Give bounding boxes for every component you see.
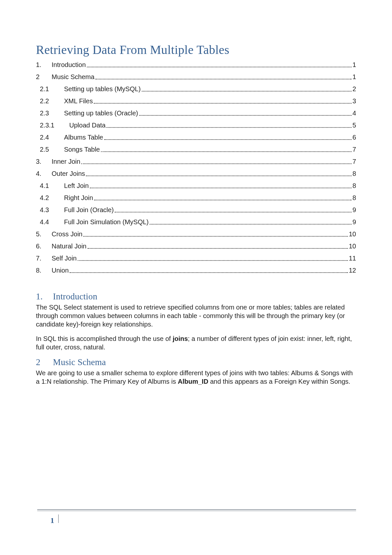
toc-leader-dots [94, 98, 351, 104]
page-footer: 1 [37, 509, 356, 525]
toc-entry-text: Full Join Simulation (MySQL) [64, 219, 149, 226]
toc-entry-number: 2.2 [40, 98, 61, 105]
toc-entry-number: 7. [36, 255, 48, 262]
footer-page-box: 1 [37, 514, 59, 525]
document-title: Retrieving Data From Multiple Tables [36, 42, 356, 57]
toc-entry-page: 1 [352, 74, 356, 80]
toc-leader-dots [87, 61, 351, 67]
toc-leader-dots [70, 267, 348, 273]
toc-entry-text: Outer Joins [52, 170, 85, 177]
table-of-contents: 1.Introduction12Music Schema12.1Setting … [36, 59, 356, 277]
toc-entry[interactable]: 2.3.1Upload Data5 [36, 119, 356, 131]
toc-entry-number: 2.3 [40, 110, 61, 117]
toc-entry[interactable]: 2.2XML Files3 [36, 95, 356, 107]
toc-leader-dots [90, 182, 351, 188]
toc-entry-text: Albums Table [64, 134, 103, 141]
toc-entry[interactable]: 2.3Setting up tables (Oracle)4 [36, 107, 356, 119]
toc-entry-text: Setting up tables (Oracle) [64, 110, 138, 117]
toc-entry-text: Full Join (Oracle) [64, 207, 114, 213]
document-page: Retrieving Data From Multiple Tables 1.I… [0, 0, 392, 555]
toc-entry-number: 4.2 [40, 194, 61, 201]
toc-entry[interactable]: 6.Natural Join10 [36, 240, 356, 252]
toc-leader-dots [101, 146, 351, 152]
toc-entry-page: 2 [352, 86, 356, 92]
toc-entry-page: 3 [352, 98, 356, 105]
toc-entry-page: 6 [352, 134, 356, 141]
toc-entry-page: 5 [352, 122, 356, 129]
schema-paragraph-1: We are going to use a smaller schema to … [36, 369, 356, 386]
toc-entry[interactable]: 2.5Songs Table7 [36, 143, 356, 156]
toc-entry-page: 9 [352, 207, 356, 213]
section-title: Music Schema [53, 357, 106, 367]
toc-entry-number: 8. [36, 267, 48, 274]
toc-entry-text: Introduction [52, 61, 86, 68]
toc-entry-number: 4.4 [40, 219, 61, 226]
toc-entry-page: 7 [352, 158, 356, 165]
toc-entry-number: 4. [36, 170, 48, 177]
toc-leader-dots [104, 134, 351, 140]
toc-leader-dots [78, 255, 348, 261]
toc-entry-number: 2.3.1 [40, 122, 66, 129]
intro-paragraph-1: The SQL Select statement is used to retr… [36, 303, 356, 328]
toc-entry[interactable]: 4.Outer Joins8 [36, 168, 356, 180]
toc-entry[interactable]: 2Music Schema1 [36, 71, 356, 83]
text-run: In SQL this is accomplished through the … [36, 335, 172, 342]
toc-entry[interactable]: 2.1Setting up tables (MySQL)2 [36, 83, 356, 95]
toc-entry-text: XML Files [64, 98, 93, 105]
toc-entry-text: Setting up tables (MySQL) [64, 86, 141, 92]
toc-entry-page: 10 [349, 231, 356, 238]
toc-entry[interactable]: 1.Introduction1 [36, 59, 356, 71]
text-bold: joins [172, 335, 188, 342]
toc-entry-page: 12 [349, 267, 356, 274]
footer-rule [37, 509, 356, 510]
toc-leader-dots [83, 231, 348, 237]
toc-entry-text: Self Join [52, 255, 77, 262]
toc-leader-dots [142, 86, 351, 92]
toc-entry-number: 4.1 [40, 182, 61, 189]
toc-leader-dots [81, 158, 351, 164]
toc-entry-page: 7 [352, 146, 356, 153]
toc-entry-number: 2.1 [40, 86, 61, 92]
section-number: 1. [36, 292, 53, 302]
toc-entry[interactable]: 4.2Right Join8 [36, 192, 356, 204]
toc-entry-text: Natural Join [52, 243, 87, 250]
toc-leader-dots [106, 122, 351, 128]
toc-leader-dots [88, 243, 348, 249]
toc-entry-number: 2 [36, 74, 48, 80]
toc-entry-number: 6. [36, 243, 48, 250]
toc-entry-page: 11 [349, 255, 356, 262]
toc-entry-number: 3. [36, 158, 48, 165]
toc-leader-dots [139, 110, 351, 116]
toc-entry[interactable]: 8.Union12 [36, 264, 356, 277]
text-run: and this appears as a Foreign Key within… [208, 378, 351, 385]
section-heading-introduction: 1.Introduction [36, 292, 356, 302]
toc-entry-page: 4 [352, 110, 356, 117]
text-bold: Album_ID [178, 378, 208, 385]
toc-entry-number: 4.3 [40, 207, 61, 213]
toc-entry-page: 9 [352, 219, 356, 226]
toc-entry-page: 10 [349, 243, 356, 250]
toc-entry-text: Union [52, 267, 69, 274]
toc-entry-text: Songs Table [64, 146, 100, 153]
toc-entry-page: 8 [352, 182, 356, 189]
toc-entry-text: Inner Join [52, 158, 80, 165]
toc-entry-number: 2.5 [40, 146, 61, 153]
toc-entry-page: 1 [352, 61, 356, 68]
toc-leader-dots [150, 219, 351, 225]
toc-entry[interactable]: 4.1Left Join8 [36, 180, 356, 192]
toc-entry-text: Left Join [64, 182, 89, 189]
toc-entry[interactable]: 5.Cross Join10 [36, 228, 356, 240]
toc-entry[interactable]: 2.4Albums Table6 [36, 131, 356, 143]
section-heading-music-schema: 2Music Schema [36, 357, 356, 367]
page-number: 1 [37, 516, 57, 525]
toc-entry[interactable]: 4.3Full Join (Oracle)9 [36, 204, 356, 216]
toc-entry-number: 2.4 [40, 134, 61, 141]
toc-leader-dots [95, 74, 351, 79]
toc-entry[interactable]: 7.Self Join11 [36, 252, 356, 264]
section-number: 2 [36, 357, 53, 367]
toc-entry-text: Right Join [64, 194, 93, 201]
section-title: Introduction [53, 292, 97, 301]
toc-leader-dots [86, 170, 351, 176]
toc-entry[interactable]: 3.Inner Join7 [36, 156, 356, 168]
toc-entry[interactable]: 4.4Full Join Simulation (MySQL)9 [36, 216, 356, 228]
